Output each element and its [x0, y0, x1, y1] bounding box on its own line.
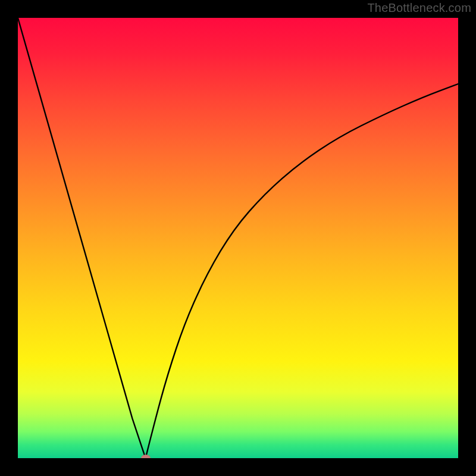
minimum-marker: [141, 455, 151, 458]
chart-frame: TheBottleneck.com: [0, 0, 476, 476]
bottleneck-curve: [18, 18, 458, 458]
watermark-text: TheBottleneck.com: [367, 1, 471, 15]
plot-area: [18, 18, 458, 458]
